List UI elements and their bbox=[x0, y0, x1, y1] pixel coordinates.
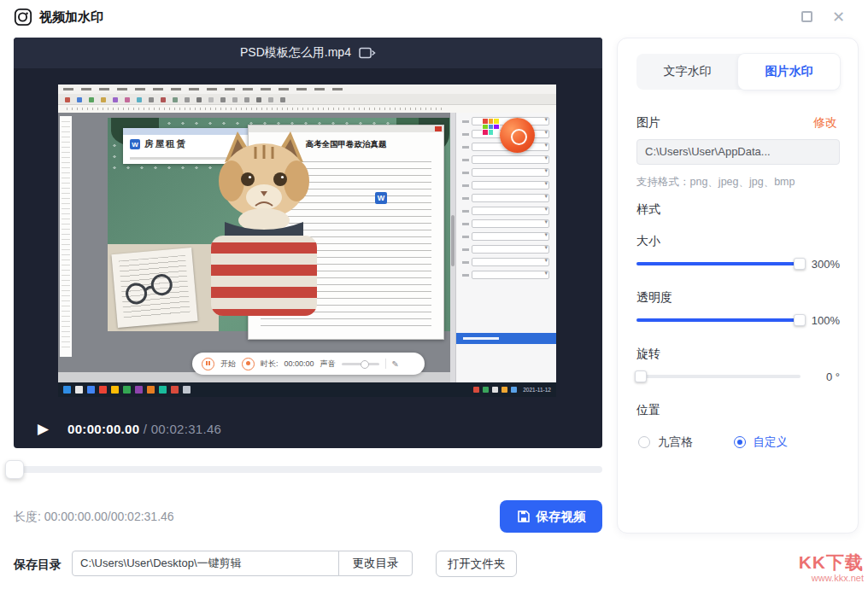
taskbar-tray-icons bbox=[473, 387, 517, 393]
size-slider-track[interactable] bbox=[636, 262, 801, 265]
total-duration: 00:02:31.46 bbox=[151, 422, 222, 436]
video-word-sidepanel bbox=[455, 113, 556, 382]
rotation-value: 0 ° bbox=[826, 370, 840, 383]
save-icon bbox=[517, 510, 531, 523]
length-value: 00:00:00.00/00:02:31.46 bbox=[44, 510, 174, 523]
video-recorder-bar: 开始 时长: 00:00:00 声音 ✎ bbox=[192, 353, 425, 375]
tab-text-watermark[interactable]: 文字水印 bbox=[636, 54, 738, 90]
radio-custom[interactable] bbox=[734, 436, 746, 448]
opacity-slider: 100% bbox=[636, 313, 840, 327]
video-preview: W 房屋租赁 高考全国甲卷政治真题 W bbox=[58, 85, 556, 397]
open-folder-button[interactable]: 打开文件夹 bbox=[436, 551, 517, 577]
formats-hint: 支持格式：png、jpeg、jpg、bmp bbox=[636, 175, 795, 190]
recorder-duration-label: 时长: bbox=[261, 359, 279, 370]
video-left-page bbox=[60, 116, 72, 357]
size-label: 大小 bbox=[636, 234, 660, 249]
maximize-button[interactable] bbox=[801, 11, 812, 22]
recorder-duration-value: 00:00:00 bbox=[284, 359, 314, 368]
size-slider: 300% bbox=[636, 257, 840, 271]
video-color-palette-icon bbox=[482, 118, 500, 136]
watermark-cat-overlay[interactable] bbox=[199, 126, 329, 316]
video-taskbar: 2021-11-12 bbox=[58, 382, 556, 397]
word-icon: W bbox=[130, 139, 140, 149]
video-word-ruler bbox=[58, 105, 556, 113]
tab-image-watermark[interactable]: 图片水印 bbox=[738, 54, 840, 90]
taskbar-app-icons bbox=[75, 386, 191, 394]
size-slider-handle[interactable] bbox=[794, 258, 806, 270]
opacity-slider-handle[interactable] bbox=[794, 314, 806, 326]
taskbar-tray: 2021-11-12 bbox=[473, 387, 551, 393]
video-word-toolbar bbox=[58, 94, 556, 105]
recorder-record-icon bbox=[242, 358, 255, 370]
rotation-slider-track[interactable] bbox=[636, 375, 801, 378]
length-label: 长度: bbox=[14, 510, 41, 523]
current-time: 00:00:00.00 bbox=[67, 422, 139, 436]
rotation-slider: 0 ° bbox=[636, 370, 840, 383]
word-file-icon: W bbox=[375, 192, 387, 204]
doc1-title: 房屋租赁 bbox=[144, 138, 187, 150]
recorder-pencil-icon: ✎ bbox=[392, 359, 399, 369]
recorder-audio-label: 声音 bbox=[320, 359, 336, 370]
recorder-divider bbox=[385, 359, 386, 369]
modify-image-link[interactable]: 修改 bbox=[813, 115, 837, 131]
app-logo-icon bbox=[14, 8, 32, 26]
opacity-value: 100% bbox=[812, 314, 840, 327]
taskbar-date: 2021-11-12 bbox=[523, 387, 551, 393]
watermark-settings-panel: 文字水印 图片水印 图片 修改 C:\Users\User\AppData...… bbox=[617, 38, 859, 534]
image-path-field[interactable]: C:\Users\User\AppData... bbox=[636, 139, 840, 165]
recorder-pause-icon bbox=[202, 358, 214, 370]
site-watermark: KK下载 www.kkx.net bbox=[799, 552, 864, 584]
image-label: 图片 bbox=[636, 115, 660, 131]
site-watermark-name: KK下载 bbox=[799, 552, 864, 573]
change-video-icon[interactable] bbox=[359, 46, 376, 60]
video-desktop-area: W 房屋租赁 高考全国甲卷政治真题 W bbox=[58, 113, 450, 382]
save-video-label: 保存视频 bbox=[537, 509, 586, 525]
radio-custom-label[interactable]: 自定义 bbox=[754, 434, 789, 450]
rotation-slider-handle[interactable] bbox=[635, 370, 647, 382]
recorder-start-label: 开始 bbox=[220, 359, 236, 370]
video-word-menubar bbox=[58, 85, 556, 94]
play-button[interactable]: ▶ bbox=[38, 420, 49, 438]
site-watermark-url: www.kkx.net bbox=[799, 573, 864, 584]
radio-grid-label[interactable]: 九宫格 bbox=[658, 434, 693, 450]
position-label: 位置 bbox=[636, 403, 660, 418]
titlebar: 视频加水印 ✕ bbox=[0, 0, 868, 34]
length-row: 长度: 00:00:00.00/00:02:31.46 bbox=[14, 510, 174, 525]
time-separator: / bbox=[139, 422, 150, 436]
save-dir-input[interactable] bbox=[72, 551, 339, 576]
rotation-label: 旋转 bbox=[636, 347, 660, 362]
taskbar-start-icon bbox=[63, 386, 71, 394]
radio-grid[interactable] bbox=[638, 436, 650, 448]
watermark-tabs: 文字水印 图片水印 bbox=[636, 54, 840, 90]
player-header: PSD模板怎么用.mp4 bbox=[14, 38, 602, 68]
position-options: 九宫格 自定义 bbox=[638, 434, 788, 450]
video-player: PSD模板怎么用.mp4 bbox=[14, 38, 602, 448]
video-filename: PSD模板怎么用.mp4 bbox=[240, 45, 351, 61]
video-toolbar-icons bbox=[65, 97, 70, 102]
app-title: 视频加水印 bbox=[39, 9, 103, 26]
word-panel-selected-row bbox=[456, 333, 556, 344]
opacity-slider-track[interactable] bbox=[636, 318, 801, 322]
playbar: ▶ 00:00:00.00 / 00:02:31.46 bbox=[14, 409, 602, 448]
recorder-volume-slider bbox=[342, 363, 379, 365]
save-dir-label: 保存目录 bbox=[14, 557, 62, 573]
doc2-close-icon bbox=[435, 126, 442, 131]
close-button[interactable]: ✕ bbox=[832, 8, 845, 26]
timeline-track[interactable] bbox=[14, 466, 602, 473]
change-dir-button[interactable]: 更改目录 bbox=[338, 551, 413, 576]
video-recording-badge-icon bbox=[500, 118, 535, 153]
opacity-label: 透明度 bbox=[636, 290, 672, 306]
size-value: 300% bbox=[812, 258, 840, 271]
timeline-handle[interactable] bbox=[5, 460, 24, 479]
style-label: 样式 bbox=[636, 202, 660, 218]
save-video-button[interactable]: 保存视频 bbox=[500, 500, 602, 533]
